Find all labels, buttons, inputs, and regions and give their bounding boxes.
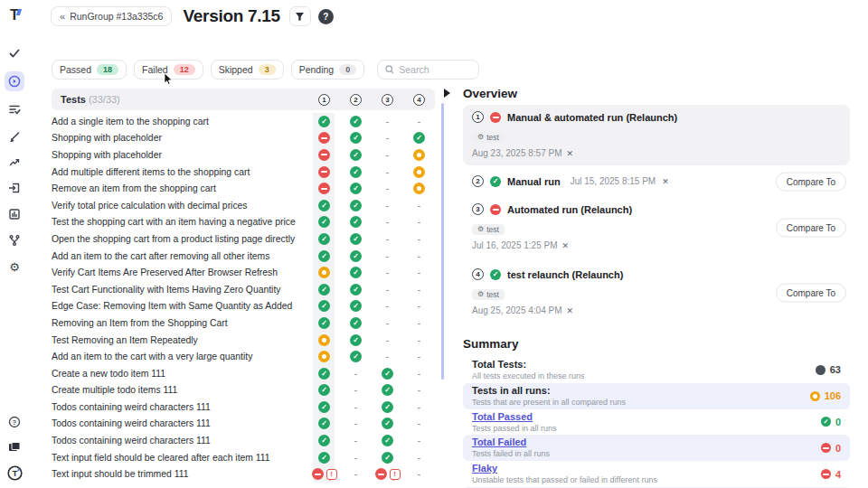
remove-run-icon[interactable]: ✕ — [567, 149, 574, 158]
status-cell[interactable] — [340, 248, 372, 265]
status-cell[interactable]: - — [403, 432, 435, 449]
import-icon[interactable] — [6, 180, 23, 196]
test-row[interactable]: Shopping with placeholder- — [52, 146, 435, 164]
status-cell[interactable] — [372, 432, 403, 449]
status-cell[interactable] — [308, 365, 340, 382]
status-cell[interactable] — [308, 164, 340, 181]
status-cell[interactable] — [308, 113, 340, 130]
status-cell[interactable] — [308, 281, 340, 298]
status-cell[interactable] — [308, 214, 340, 231]
overview-run-item[interactable]: 2Manual runJul 15, 2025 8:15 PM✕Compare … — [463, 170, 850, 192]
status-cell[interactable]: - — [403, 214, 435, 231]
status-cell[interactable] — [308, 298, 340, 315]
status-cell[interactable] — [372, 449, 403, 466]
summary-link[interactable]: Total Passed — [472, 411, 821, 423]
status-cell[interactable] — [340, 298, 372, 315]
help-circle-icon[interactable]: ? — [6, 414, 23, 430]
status-cell[interactable] — [403, 164, 435, 181]
filter-chip-failed[interactable]: Failed12 — [134, 60, 203, 80]
test-row[interactable]: Test Cart Functionality with Items Havin… — [52, 281, 435, 298]
status-cell[interactable] — [308, 180, 340, 197]
filter-funnel-button[interactable] — [289, 6, 311, 26]
status-cell[interactable] — [372, 382, 403, 399]
status-cell[interactable] — [308, 314, 340, 332]
test-row[interactable]: Verify total price calculation with deci… — [52, 197, 435, 214]
status-cell[interactable] — [308, 264, 340, 281]
status-cell[interactable]: - — [372, 197, 403, 214]
status-cell[interactable] — [308, 197, 340, 214]
status-cell[interactable]: - — [340, 382, 372, 399]
status-cell[interactable] — [340, 164, 372, 181]
filter-chip-skipped[interactable]: Skipped3 — [211, 60, 284, 80]
status-cell[interactable]: - — [372, 332, 403, 349]
branch-icon[interactable] — [6, 232, 23, 249]
status-cell[interactable] — [308, 416, 340, 433]
filter-chip-pending[interactable]: Pending0 — [291, 60, 365, 80]
status-cell[interactable]: - — [372, 264, 403, 281]
status-cell[interactable]: - — [372, 298, 403, 315]
status-cell[interactable]: - — [403, 399, 435, 416]
status-cell[interactable] — [308, 382, 340, 399]
status-cell[interactable]: - — [340, 449, 372, 466]
status-cell[interactable]: - — [403, 348, 435, 365]
compare-to-button[interactable]: Compare To — [776, 283, 846, 302]
status-cell[interactable]: - — [403, 113, 435, 130]
test-list-icon[interactable] — [6, 101, 23, 117]
test-row[interactable]: Create a new todo item 111-- — [52, 365, 435, 382]
test-row[interactable]: Text input should be trimmed 111!-!- — [52, 465, 435, 483]
status-cell[interactable]: - — [340, 399, 372, 416]
status-cell[interactable] — [340, 281, 372, 298]
status-cell[interactable]: - — [372, 230, 403, 248]
status-cell[interactable] — [340, 113, 372, 130]
status-cell[interactable] — [340, 348, 372, 365]
settings-gear-icon[interactable]: ⚙ — [6, 258, 23, 275]
status-cell[interactable] — [403, 180, 435, 197]
summary-link[interactable]: Total Failed — [472, 436, 821, 448]
summary-link[interactable]: Flaky — [472, 463, 821, 474]
status-cell[interactable] — [340, 314, 372, 332]
status-cell[interactable]: - — [403, 314, 435, 332]
test-row[interactable]: Shopping with placeholder- — [52, 130, 435, 147]
status-cell[interactable]: - — [340, 465, 372, 483]
status-cell[interactable] — [340, 197, 372, 214]
status-cell[interactable]: - — [372, 248, 403, 265]
status-cell[interactable]: ! — [372, 465, 403, 483]
compare-to-button[interactable]: Compare To — [776, 172, 846, 191]
status-cell[interactable] — [340, 180, 372, 197]
help-button[interactable]: ? — [318, 9, 334, 24]
status-cell[interactable]: - — [372, 146, 403, 164]
test-row[interactable]: Todos containing weird characters 111-- — [52, 416, 435, 433]
test-row[interactable]: Create multiple todo items 111-- — [52, 382, 435, 399]
comment-icon[interactable]: ! — [390, 469, 401, 480]
report-icon[interactable] — [6, 206, 23, 222]
panel-scrollbar[interactable] — [441, 103, 444, 380]
status-cell[interactable]: - — [372, 130, 403, 147]
status-cell[interactable] — [308, 432, 340, 449]
compare-to-button[interactable]: Compare To — [776, 218, 846, 237]
test-row[interactable]: Remove an item from the shopping cart- — [52, 180, 435, 197]
status-cell[interactable] — [340, 264, 372, 281]
test-row[interactable]: Todos containing weird characters 111-- — [52, 432, 435, 449]
run-column-3[interactable]: 3 — [382, 94, 393, 106]
back-to-rungroup-button[interactable]: « RunGroup #13a335c6 — [51, 6, 172, 26]
status-cell[interactable]: - — [403, 264, 435, 281]
flaky-icon[interactable] — [6, 154, 23, 170]
overview-run-item[interactable]: 3Automated run (Relaunch)⚙testJul 16, 20… — [463, 197, 850, 258]
status-cell[interactable] — [372, 399, 403, 416]
status-cell[interactable] — [340, 146, 372, 164]
test-row[interactable]: Text input field should be cleared after… — [52, 449, 435, 466]
edit-icon[interactable] — [6, 127, 23, 144]
filter-chip-passed[interactable]: Passed18 — [52, 60, 127, 80]
status-cell[interactable]: - — [340, 432, 372, 449]
status-cell[interactable]: - — [403, 449, 435, 466]
status-cell[interactable]: - — [340, 416, 372, 433]
status-cell[interactable] — [403, 130, 435, 147]
status-cell[interactable]: - — [372, 164, 403, 181]
status-cell[interactable]: - — [372, 314, 403, 332]
status-cell[interactable]: - — [403, 332, 435, 349]
status-cell[interactable] — [372, 365, 403, 382]
status-cell[interactable]: - — [403, 230, 435, 248]
runs-icon[interactable] — [5, 71, 24, 91]
status-cell[interactable]: - — [372, 348, 403, 365]
status-cell[interactable] — [308, 348, 340, 365]
